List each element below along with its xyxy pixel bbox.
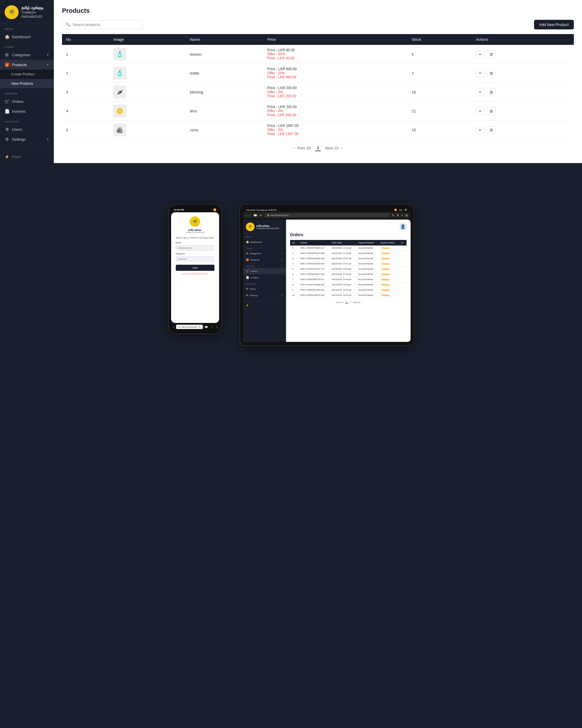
table-header-row: No Image Name Price Stock Actions <box>62 34 574 45</box>
cell-name: kilmong <box>186 83 264 102</box>
search-input[interactable] <box>73 22 140 27</box>
settings-icon: ⚙ <box>5 137 9 141</box>
tablet-settings-item[interactable]: ⚙ Settings ▼ <box>243 292 286 298</box>
orders-icon: 🛒 <box>5 99 9 104</box>
tablet-users-item[interactable]: ⚙ Users <box>243 286 286 292</box>
product-image: 🪙 <box>113 105 126 118</box>
phone-email-input[interactable] <box>176 245 215 251</box>
cell-image: 🌶 <box>109 83 186 102</box>
phone-login-button[interactable]: Login <box>176 265 215 271</box>
edit-button[interactable]: ✏ <box>476 88 484 96</box>
sidebar-item-orders[interactable]: 🛒 Orders <box>0 96 54 106</box>
add-new-product-button[interactable]: Add New Product <box>534 20 574 29</box>
delete-button[interactable]: 🗑 <box>487 69 496 77</box>
price-offer: Offer - 0% <box>267 109 404 113</box>
sidebar-item-invoices[interactable]: 📄 Invoices <box>0 106 54 116</box>
tablet-prev-button[interactable]: ← Prev 10 <box>334 302 343 304</box>
main-content: Products 🔍 Add New Product No Image Name… <box>54 0 582 163</box>
tablet-cell-date: 18/12/2024, 11:12 pm <box>329 251 356 256</box>
tab-url-box[interactable]: 🔒 http://localhost:3001 <box>265 213 390 217</box>
cell-actions: ✏ 🗑 <box>472 64 574 83</box>
action-buttons: ✏ 🗑 <box>476 69 570 77</box>
tablet-cell-no: 5 <box>290 266 298 272</box>
tablet-cell-status: Pending <box>378 277 399 282</box>
tablet-cell-status: Pending <box>378 251 399 256</box>
table-row: 2 🧴 bottle Price - LKR 600.00 Offer - 20… <box>62 64 574 83</box>
tablet-cell-orderid: ORD-1734543778024-117 <box>298 245 329 251</box>
account-section-label: ACCOUNT <box>0 116 54 124</box>
search-box[interactable]: 🔍 <box>62 20 143 29</box>
cell-stock: 10 <box>408 121 472 139</box>
status-badge: Pending <box>380 283 391 286</box>
tablet-settings-chevron: ▼ <box>281 294 283 296</box>
edit-button[interactable]: ✏ <box>476 69 484 77</box>
tablet-orders-item[interactable]: 🛒 Orders <box>243 268 286 274</box>
tablet-table-row: 8 ORD-1734541742488-325 18/12/2024, 10:3… <box>290 282 407 287</box>
tablet-table-header: No Orderid Order Date Payment Method Pay… <box>290 240 407 245</box>
tablet-sidebar-logo: 🌴 தமிழ் பழங்குடி THAMIZH PAZHANGUDI <box>243 219 286 234</box>
sidebar-item-dashboard[interactable]: 🏠 Dashboard <box>0 32 54 42</box>
col-name: Name <box>186 34 264 45</box>
price-offer: Offer - 0% <box>267 90 404 94</box>
phone-back-btn[interactable]: ‹ <box>173 326 174 329</box>
next-arrow-icon: → <box>340 146 343 150</box>
phone-url-bar[interactable]: Aa http://localhost:3001 ↻ <box>176 325 203 329</box>
tablet-cell-method: AccountTransfer <box>356 245 378 251</box>
users-icon: ⚙ <box>5 127 9 132</box>
products-icon: 🎁 <box>5 62 9 67</box>
tab-back-btn[interactable]: ‹ <box>246 214 247 217</box>
status-badge: Pending <box>380 278 391 281</box>
price-final: Final - LKR 40.00 <box>267 56 404 60</box>
delete-button[interactable]: 🗑 <box>487 88 496 96</box>
sidebar-item-view-products[interactable]: View Products <box>0 79 54 88</box>
next-page-button[interactable]: Next 10 → <box>323 145 345 151</box>
tablet-flash-item[interactable]: ⚡ <box>243 302 286 309</box>
tablet-dashboard-item[interactable]: 🏠 Dashboard <box>243 239 286 245</box>
price-original: Price - LKR 600.00 <box>267 67 404 71</box>
tablet-status-bar: December Thursday at 10:46 PM 📶 5G 🔋 <box>243 208 411 212</box>
tablet-cell-status: Pending <box>378 256 399 261</box>
tab-plus-icon[interactable]: + <box>401 214 403 217</box>
delete-button[interactable]: 🗑 <box>487 107 496 115</box>
cell-no: 1 <box>62 45 109 64</box>
tab-share-icon[interactable]: ⬆ <box>397 214 399 217</box>
delete-button[interactable]: 🗑 <box>487 50 496 58</box>
status-badge: Pending <box>380 289 391 291</box>
tablet-categories-item[interactable]: ⊞ Categories ▼ <box>243 250 286 257</box>
create-product-label: Create Product <box>11 72 35 76</box>
tablet-invoices-item[interactable]: 📄 Invoices <box>243 274 286 281</box>
tab-book-icon[interactable]: 📖 <box>253 214 257 217</box>
phone-reload-icon[interactable]: ↻ <box>198 326 200 328</box>
price-original: Price - LKR 80.00 <box>267 48 404 52</box>
phone-share-icon[interactable]: ⬆ <box>211 326 213 329</box>
sidebar-item-products[interactable]: 🎁 Products ▼ <box>0 60 54 70</box>
phone-password-input[interactable] <box>176 256 215 262</box>
sidebar-item-categories[interactable]: ⊞ Categories ▼ <box>0 50 54 60</box>
tablet-cell-no: 4 <box>290 261 298 266</box>
edit-button[interactable]: ✏ <box>476 50 484 58</box>
categories-icon: ⊞ <box>5 52 9 57</box>
delete-button[interactable]: 🗑 <box>487 126 496 134</box>
col-no: No <box>62 34 109 45</box>
tab-forward-btn[interactable]: › <box>250 214 251 217</box>
flash-item[interactable]: ⚡ Flash <box>5 155 49 159</box>
prev-page-button[interactable]: ← Prev 10 <box>290 145 312 151</box>
cell-actions: ✏ 🗑 <box>472 45 574 64</box>
phone-book-icon[interactable]: 📖 <box>204 326 208 329</box>
sidebar-item-create-product[interactable]: Create Product <box>0 70 54 79</box>
edit-button[interactable]: ✏ <box>476 107 484 115</box>
phone-click-here[interactable]: Click here <box>200 273 208 275</box>
orders-section-label: ORDERS <box>0 88 54 96</box>
tablet-col-no: No <box>290 240 298 245</box>
phone-tabs-icon[interactable]: ⊞ <box>216 326 218 329</box>
phone-logo-area: 🌴 தமிழ் பழங்குடி THAMIZH PAZHANGUDI <box>176 216 215 233</box>
categories-chevron-icon: ▼ <box>46 53 49 56</box>
tablet-products-item[interactable]: 🎁 Products ▼ <box>243 257 286 263</box>
tab-tabs-icon[interactable]: ⊞ <box>405 214 408 217</box>
sidebar-item-settings[interactable]: ⚙ Settings ▼ <box>0 134 54 144</box>
sidebar-item-users[interactable]: ⚙ Users <box>0 124 54 134</box>
tablet-next-button[interactable]: Next 10 → <box>353 302 363 304</box>
edit-button[interactable]: ✏ <box>476 126 484 134</box>
phone-mockup: 10:40 PM 📶 🌴 தமிழ் பழங்குடி THAMIZH PAZH… <box>168 204 222 334</box>
tab-reload-icon[interactable]: ↻ <box>392 214 394 217</box>
